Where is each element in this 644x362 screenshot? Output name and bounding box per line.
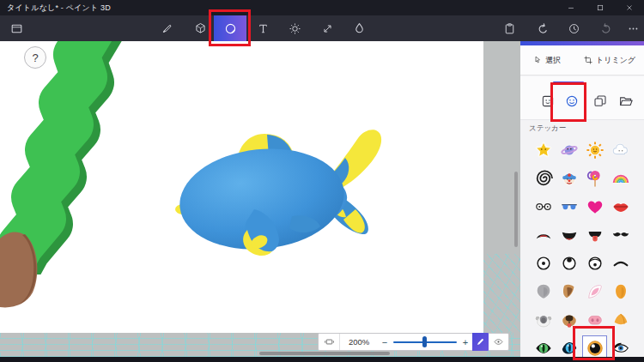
dog-nose-sticker[interactable] <box>556 307 581 332</box>
clown-sticker[interactable] <box>556 166 581 190</box>
lollipop-sticker[interactable] <box>582 166 607 190</box>
select-button[interactable]: 選択 <box>532 55 561 66</box>
panel-tabs <box>520 76 644 120</box>
stickers-button[interactable] <box>214 15 246 41</box>
vertical-scrollbar[interactable] <box>514 172 518 247</box>
heart-sticker[interactable] <box>582 194 607 219</box>
green-cat-eye-sticker-icon <box>534 339 553 358</box>
orange-ear-sticker[interactable] <box>608 279 633 304</box>
selection-toolbar: 選択 トリミング <box>520 45 644 75</box>
spiral-sticker-icon <box>534 169 553 188</box>
star-sticker-icon <box>534 141 553 160</box>
selected-tab-underline <box>553 81 584 84</box>
pink-ear-sticker[interactable] <box>582 279 607 304</box>
rainbow-sticker[interactable] <box>608 166 633 190</box>
koala-nose-sticker[interactable] <box>531 307 556 332</box>
tab-textures[interactable] <box>588 89 612 113</box>
planet-sticker[interactable] <box>556 137 581 162</box>
smile-mouth-sticker[interactable] <box>556 222 581 247</box>
menu-button[interactable] <box>0 15 33 41</box>
lips-sticker[interactable] <box>608 194 633 219</box>
main-toolbar <box>0 15 644 41</box>
sun-sticker[interactable] <box>582 137 607 162</box>
maximize-icon[interactable] <box>586 0 615 15</box>
mustache-sticker-icon <box>611 226 630 244</box>
cube-icon <box>193 21 208 36</box>
canvas-button[interactable] <box>311 15 343 41</box>
eye-closed-sticker[interactable] <box>608 250 633 275</box>
koala-nose-sticker-icon <box>534 311 553 329</box>
resize-icon <box>320 21 335 36</box>
3d-library-button[interactable] <box>343 15 375 41</box>
blue-cat-eye-sticker-icon <box>560 339 579 358</box>
sun-sticker-icon <box>586 141 605 160</box>
tab-custom-stickers[interactable] <box>614 89 638 113</box>
frown-mouth-sticker[interactable] <box>531 222 556 247</box>
zoom-in-button[interactable]: + <box>459 334 471 350</box>
smiley-icon <box>564 94 580 109</box>
more-button[interactable] <box>617 15 644 41</box>
beak-sticker-icon <box>611 311 630 329</box>
crop-button[interactable]: トリミング <box>583 55 635 66</box>
folder-icon <box>618 94 634 109</box>
mustache-sticker[interactable] <box>608 222 633 247</box>
view-eye-icon[interactable] <box>489 334 508 350</box>
glasses-sticker[interactable] <box>531 194 556 219</box>
eye-dot-sticker[interactable] <box>531 250 556 275</box>
heart-sticker-icon <box>586 197 605 216</box>
frown-mouth-sticker-icon <box>534 226 553 244</box>
pen-icon[interactable] <box>472 333 489 351</box>
beak-sticker[interactable] <box>608 307 633 332</box>
paint3d-window: タイトルなし* - ペイント 3D <box>0 0 644 362</box>
brown-trunk-model[interactable] <box>0 226 45 312</box>
paste-button[interactable] <box>493 15 526 41</box>
help-button[interactable]: ? <box>24 46 46 69</box>
tab-sticker-shapes[interactable] <box>536 89 560 113</box>
clipboard-icon <box>502 21 517 36</box>
sunglasses-sticker[interactable] <box>556 194 581 219</box>
effects-button[interactable] <box>278 15 311 41</box>
gray-ear-sticker[interactable] <box>531 279 556 304</box>
perspective-grid-corner <box>483 254 522 333</box>
cloud-sticker[interactable] <box>608 137 633 162</box>
history-button[interactable] <box>557 15 590 41</box>
star-sticker[interactable] <box>531 137 556 162</box>
zoom-out-button[interactable]: − <box>378 334 391 350</box>
square-face-icon <box>540 94 556 109</box>
zoom-toolbar: 200% − + <box>318 333 509 351</box>
zoom-level-value: 200% <box>340 337 378 347</box>
droplet-icon <box>352 21 367 36</box>
help-label: ? <box>32 51 38 64</box>
tongue-mouth-sticker[interactable] <box>582 222 607 247</box>
small-eye-sticker-icon <box>611 339 630 358</box>
glasses-sticker-icon <box>534 197 553 216</box>
clown-sticker-icon <box>560 169 579 188</box>
text-button[interactable] <box>246 15 279 41</box>
minimize-icon[interactable] <box>556 0 586 15</box>
close-icon[interactable] <box>615 0 644 15</box>
sticker-icon <box>223 21 238 36</box>
blue-yellow-fish-model[interactable] <box>163 113 412 276</box>
brushes-button[interactable] <box>149 15 182 41</box>
zoom-slider[interactable] <box>392 334 459 350</box>
undo-button[interactable] <box>526 15 559 41</box>
horizontal-scrollbar[interactable] <box>259 352 390 355</box>
fit-screen-icon[interactable] <box>319 334 340 350</box>
spiral-sticker[interactable] <box>531 166 556 190</box>
dog-nose-sticker-icon <box>560 311 579 329</box>
eye-pupil-sticker[interactable] <box>556 250 581 275</box>
zoom-slider-handle[interactable] <box>422 336 427 347</box>
tan-ear-sticker-icon <box>560 282 579 301</box>
tab-stickers[interactable] <box>560 89 584 113</box>
window-bottom-edge <box>0 357 644 362</box>
pig-nose-sticker-icon <box>586 311 605 329</box>
lips-sticker-icon <box>611 197 630 216</box>
pig-nose-sticker[interactable] <box>582 307 607 332</box>
3d-shapes-button[interactable] <box>184 15 216 41</box>
rainbow-sticker-icon <box>611 169 630 188</box>
titlebar: タイトルなし* - ペイント 3D <box>0 0 644 15</box>
tan-ear-sticker[interactable] <box>556 279 581 304</box>
eye-wink-sticker[interactable] <box>582 250 607 275</box>
copies-icon <box>592 94 608 109</box>
history-icon <box>567 21 581 36</box>
